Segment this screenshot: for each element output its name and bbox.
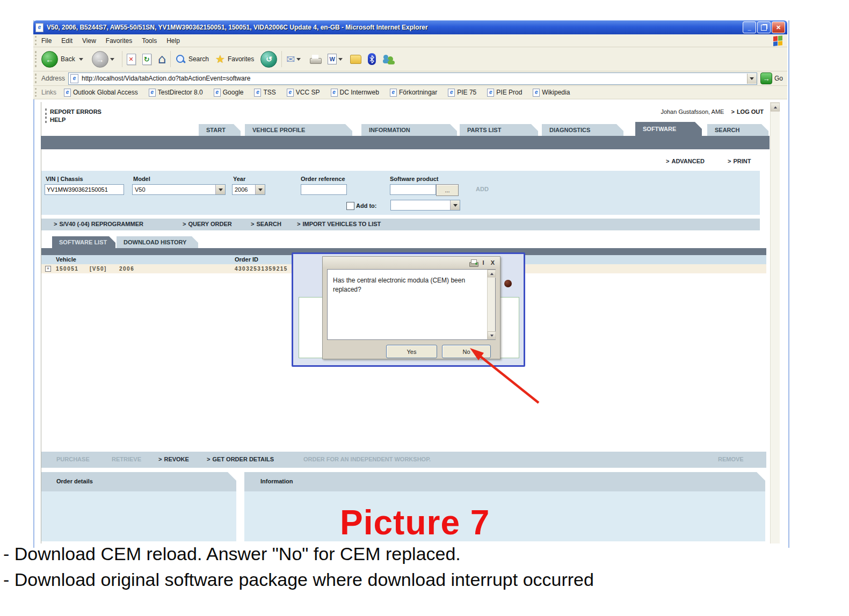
tab-download-history[interactable]: DOWNLOAD HISTORY bbox=[117, 236, 198, 248]
close-button[interactable]: ✕ bbox=[772, 21, 785, 33]
revoke-link[interactable]: >REVOKE bbox=[158, 456, 189, 462]
history-button[interactable]: ↺ bbox=[260, 51, 277, 68]
tab-information[interactable]: INFORMATION bbox=[361, 124, 457, 136]
link-pieprod[interactable]: ePIE Prod bbox=[487, 89, 522, 97]
add-button[interactable]: ADD bbox=[476, 186, 489, 192]
toolbar-separator bbox=[122, 51, 122, 67]
arrow-up-icon bbox=[490, 273, 494, 275]
import-vehicles-link[interactable]: >IMPORT VEHICLES TO LIST bbox=[297, 221, 381, 227]
print-link[interactable]: >PRINT bbox=[728, 158, 751, 164]
menu-tools[interactable]: Tools bbox=[142, 37, 157, 45]
favorites-button[interactable]: ★ Favorites bbox=[215, 53, 256, 66]
row-year: 2006 bbox=[119, 266, 134, 272]
purchase-link[interactable]: PURCHASE bbox=[56, 456, 90, 462]
messenger-button[interactable] bbox=[382, 54, 395, 64]
dialog-info-button[interactable]: I bbox=[483, 259, 484, 266]
bluetooth-button[interactable] bbox=[368, 53, 376, 65]
back-button[interactable]: ← Back bbox=[41, 51, 86, 68]
back-dropdown-icon bbox=[79, 58, 83, 61]
refresh-button[interactable]: ↻ bbox=[142, 54, 151, 65]
retrieve-link[interactable]: RETRIEVE bbox=[112, 456, 141, 462]
ie-favicon: e bbox=[70, 74, 78, 83]
yes-button[interactable]: Yes bbox=[386, 345, 437, 358]
remove-link[interactable]: REMOVE bbox=[718, 456, 744, 462]
add-to-checkbox[interactable] bbox=[346, 202, 354, 210]
link-tss[interactable]: eTSS bbox=[254, 89, 275, 97]
address-input[interactable]: e http://localhost/Vida/tabAction.do?tab… bbox=[68, 73, 757, 85]
link-dcinternweb[interactable]: eDC Internweb bbox=[331, 89, 379, 97]
edit-word-button[interactable]: W bbox=[328, 54, 346, 64]
stop-button[interactable]: ✕ bbox=[127, 54, 136, 65]
software-product-input[interactable] bbox=[390, 184, 436, 195]
print-button[interactable] bbox=[309, 54, 321, 64]
sv40-reprogrammer-link[interactable]: >S/V40 (-04) REPROGRAMMER bbox=[54, 221, 143, 227]
scroll-up-button[interactable] bbox=[488, 270, 496, 278]
dialog-print-button[interactable] bbox=[469, 259, 478, 266]
expand-row-button[interactable]: + bbox=[45, 266, 51, 272]
window-title: V50, 2006, B5244S7, AW55-50/51SN, YV1MW3… bbox=[47, 24, 742, 31]
dialog-close-button[interactable]: X bbox=[491, 259, 495, 266]
link-outlook[interactable]: eOutlook Global Access bbox=[64, 89, 138, 97]
minimize-button[interactable]: _ bbox=[743, 21, 756, 33]
report-errors-link[interactable]: REPORT ERRORS bbox=[45, 108, 101, 115]
toolbar-grip bbox=[35, 51, 38, 68]
status-dot bbox=[504, 280, 512, 287]
link-forkortningar[interactable]: eFörkortningar bbox=[390, 89, 437, 97]
year-label: Year bbox=[233, 176, 245, 182]
link-icon: e bbox=[448, 89, 455, 97]
add-to-select[interactable] bbox=[390, 200, 460, 211]
cem-dialog-titlebar: I X bbox=[323, 257, 500, 269]
tab-bar-strip bbox=[41, 136, 770, 149]
menu-help[interactable]: Help bbox=[166, 37, 180, 45]
order-details-title: Order details bbox=[56, 478, 93, 484]
browse-button[interactable]: ... bbox=[436, 184, 459, 196]
bluetooth-icon bbox=[369, 55, 374, 63]
forward-button[interactable]: → bbox=[92, 51, 108, 68]
add-to-label: Add to: bbox=[356, 202, 376, 209]
chevron-down-icon bbox=[750, 77, 754, 80]
dialog-scrollbar[interactable] bbox=[487, 270, 495, 339]
scroll-up-button[interactable] bbox=[771, 103, 780, 112]
menu-favorites[interactable]: Favorites bbox=[106, 37, 132, 45]
link-google[interactable]: eGoogle bbox=[214, 89, 244, 97]
tab-start[interactable]: START bbox=[199, 124, 241, 136]
independent-workshop-link[interactable]: ORDER FOR AN INDEPENDENT WORKSHOP. bbox=[303, 456, 431, 462]
app-scrollbar[interactable] bbox=[770, 102, 780, 543]
model-select[interactable]: V50 bbox=[132, 184, 226, 195]
vin-input[interactable] bbox=[45, 184, 124, 195]
menu-file[interactable]: File bbox=[41, 37, 52, 45]
toolbar-separator bbox=[170, 51, 171, 67]
go-button[interactable]: → bbox=[760, 73, 772, 84]
order-reference-input[interactable] bbox=[301, 184, 347, 195]
tab-software[interactable]: SOFTWARE bbox=[635, 122, 702, 136]
tab-search[interactable]: SEARCH bbox=[707, 124, 768, 136]
tab-parts-list[interactable]: PARTS LIST bbox=[460, 124, 538, 136]
link-testdirector[interactable]: eTestDirector 8.0 bbox=[149, 89, 203, 97]
folder-icon[interactable] bbox=[350, 55, 361, 64]
search-link[interactable]: >SEARCH bbox=[251, 221, 281, 227]
link-pie75[interactable]: ePIE 75 bbox=[448, 89, 476, 97]
link-icon: e bbox=[64, 89, 71, 97]
chevron-icon: > bbox=[251, 221, 254, 227]
logout-link[interactable]: >LOG OUT bbox=[731, 108, 764, 115]
link-wikipedia[interactable]: eWikipedia bbox=[533, 89, 570, 97]
menu-edit[interactable]: Edit bbox=[61, 37, 72, 45]
search-button[interactable]: Search bbox=[175, 54, 211, 64]
home-button[interactable]: ⌂ bbox=[158, 52, 166, 67]
top-action-bar bbox=[41, 219, 760, 230]
tab-software-list[interactable]: SOFTWARE LIST bbox=[52, 236, 115, 248]
tab-vehicle-profile[interactable]: VEHICLE PROFILE bbox=[245, 124, 352, 136]
menu-view[interactable]: View bbox=[82, 37, 96, 45]
advanced-link[interactable]: >ADVANCED bbox=[666, 158, 705, 164]
link-vccsp[interactable]: eVCC SP bbox=[287, 89, 320, 97]
get-order-details-link[interactable]: >GET ORDER DETAILS bbox=[207, 456, 274, 462]
link-icon: e bbox=[149, 89, 156, 97]
restore-button[interactable] bbox=[757, 21, 771, 33]
query-order-link[interactable]: >QUERY ORDER bbox=[183, 221, 232, 227]
help-link[interactable]: HELP bbox=[45, 117, 66, 123]
link-icon: e bbox=[214, 89, 221, 97]
mail-button[interactable]: ✉ bbox=[286, 53, 295, 65]
year-select[interactable]: 2006 bbox=[232, 184, 265, 195]
address-dropdown-button[interactable] bbox=[747, 74, 757, 84]
tab-diagnostics[interactable]: DIAGNOSTICS bbox=[542, 124, 623, 136]
